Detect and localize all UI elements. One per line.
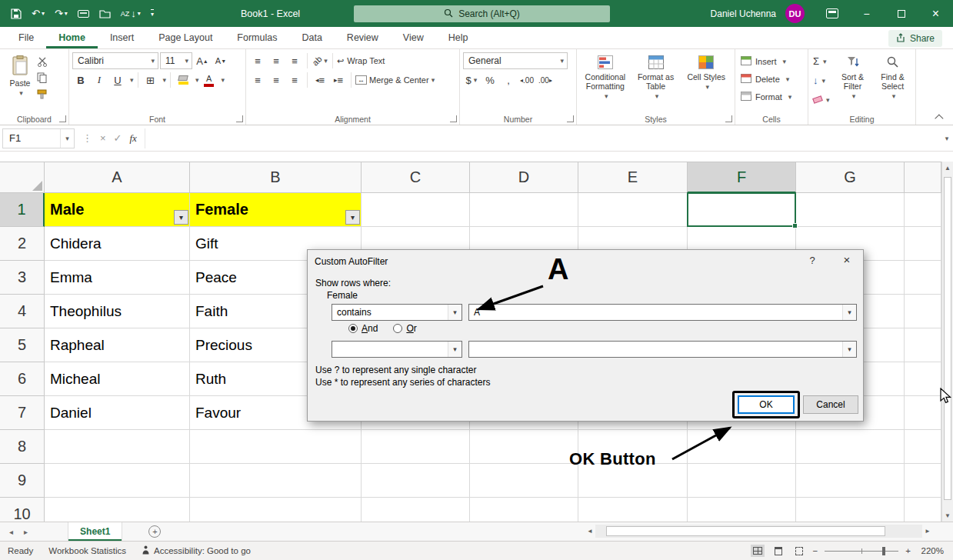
value2-combo[interactable]: ▾ [468,341,857,358]
cell-C8[interactable] [362,430,470,464]
collapse-ribbon-icon[interactable] [935,114,943,122]
formula-input[interactable] [145,128,941,148]
new-sheet-button[interactable]: + [148,525,161,538]
row-header-7[interactable]: 7 [0,396,45,430]
cell-B8[interactable] [190,430,362,464]
cell-partial-10[interactable] [905,498,941,522]
borders-icon[interactable]: ⊞ [142,72,159,88]
open-file-icon[interactable] [99,9,111,18]
cell-A4[interactable]: Theophilus [45,295,190,328]
tab-formulas[interactable]: Formulas [225,27,289,48]
ribbon-display-options-icon[interactable] [826,8,838,18]
page-layout-view-icon[interactable] [771,545,785,557]
column-header-C[interactable]: C [362,162,470,193]
format-cells-button[interactable]: Format ▾ [738,88,805,105]
accessibility-status[interactable]: Accessibility: Good to go [142,545,251,556]
cell-C9[interactable] [362,464,470,498]
zoom-percentage[interactable]: 220% [918,546,944,555]
paste-button[interactable]: Paste ▾ [3,52,37,102]
format-as-table-button[interactable]: Format as Table ▾ [631,52,681,112]
tab-data[interactable]: Data [289,27,334,48]
underline-chevron-icon[interactable]: ▾ [130,76,134,84]
increase-decimal-icon[interactable]: ◂.00 [518,72,535,88]
borders-chevron-icon[interactable]: ▾ [163,76,167,84]
row-header-5[interactable]: 5 [0,328,45,362]
cut-icon[interactable] [37,56,49,70]
vertical-scroll-thumb[interactable] [944,177,951,500]
fill-button[interactable]: ↓▾ [811,72,831,89]
operator1-combo[interactable]: contains ▾ [332,304,462,321]
fill-handle[interactable] [792,223,798,228]
customize-qat-icon[interactable]: ▾ [151,9,154,18]
row-header-1[interactable]: 1 [0,193,45,227]
enter-entry-icon[interactable]: ✓ [114,132,122,144]
column-header-A[interactable]: A [45,162,190,193]
row-header-4[interactable]: 4 [0,295,45,328]
cell-A9[interactable] [45,464,190,498]
row-header-2[interactable]: 2 [0,227,45,261]
cell-A3[interactable]: Emma [45,261,190,295]
find-select-button[interactable]: Find & Select ▾ [875,52,911,108]
underline-button[interactable]: U [109,72,126,88]
next-sheet-icon[interactable]: ▸ [24,528,28,536]
cell-A5[interactable]: Rapheal [45,328,190,362]
or-radio[interactable]: Or [393,323,416,334]
font-name-combo[interactable]: Calibri ▾ [72,52,158,69]
cell-F1[interactable] [688,193,796,227]
cell-partial-3[interactable] [905,261,941,295]
merge-center-button[interactable]: ↔ Merge & Center ▾ [355,72,435,88]
cell-F8[interactable] [688,430,796,464]
font-size-combo[interactable]: 11 ▾ [160,52,192,69]
shrink-font-icon[interactable]: A▼ [212,52,229,69]
cell-G8[interactable] [796,430,905,464]
orientation-icon[interactable]: ab▾ [312,52,328,69]
filter-button-B1[interactable]: ▾ [345,210,360,225]
wrap-text-button[interactable]: ↩ Wrap Text [337,52,385,69]
cell-partial-2[interactable] [905,227,941,261]
cancel-entry-icon[interactable]: × [100,132,106,144]
tab-view[interactable]: View [391,27,436,48]
increase-indent-icon[interactable]: ▸≡ [330,72,347,88]
tab-home[interactable]: Home [46,27,98,48]
italic-button[interactable]: I [91,72,108,88]
cell-F10[interactable] [688,498,796,522]
cell-A2[interactable]: Chidera [45,227,190,261]
minimize-button[interactable]: − [849,0,884,27]
cell-A7[interactable]: Daniel [45,396,190,430]
name-box-chevron-icon[interactable]: ▾ [60,129,74,148]
clipboard-dialog-launcher[interactable] [59,115,66,122]
zoom-out-icon[interactable]: − [813,546,818,555]
scroll-left-icon[interactable]: ◄ [585,528,595,535]
zoom-slider-thumb[interactable] [882,547,885,555]
operator2-combo[interactable]: ▾ [332,341,462,358]
number-dialog-launcher[interactable] [567,115,574,122]
scroll-up-icon[interactable]: ▲ [942,162,953,174]
row-header-3[interactable]: 3 [0,261,45,295]
save-icon[interactable] [11,8,22,19]
normal-view-icon[interactable] [751,545,765,557]
row-header-6[interactable]: 6 [0,362,45,396]
delete-cells-button[interactable]: Delete ▾ [738,70,805,88]
cell-A6[interactable]: Micheal [45,362,190,396]
column-header-B[interactable]: B [190,162,362,193]
tab-file[interactable]: File [6,27,46,48]
and-radio[interactable]: And [348,323,378,334]
cell-G9[interactable] [796,464,905,498]
cancel-button[interactable]: Cancel [803,395,858,414]
decrease-indent-icon[interactable]: ◂≡ [312,72,328,88]
cell-partial-9[interactable] [905,464,941,498]
cell-partial-6[interactable] [905,362,941,396]
cell-B9[interactable] [190,464,362,498]
cell-C1[interactable] [362,193,470,227]
sort-ascending-icon[interactable]: AZ↓▾ [121,8,141,19]
decrease-decimal-icon[interactable]: .00▸ [537,72,554,88]
touch-mode-icon[interactable] [78,10,89,18]
font-dialog-launcher[interactable] [236,115,243,122]
number-format-combo[interactable]: General ▾ [463,52,568,69]
close-button[interactable]: × [918,0,953,27]
column-header-E[interactable]: E [578,162,688,193]
cell-B1[interactable]: Female▾ [190,193,362,227]
dialog-close-icon[interactable]: × [838,253,855,266]
select-all-corner[interactable] [0,162,45,193]
percent-style-icon[interactable]: % [481,72,498,88]
